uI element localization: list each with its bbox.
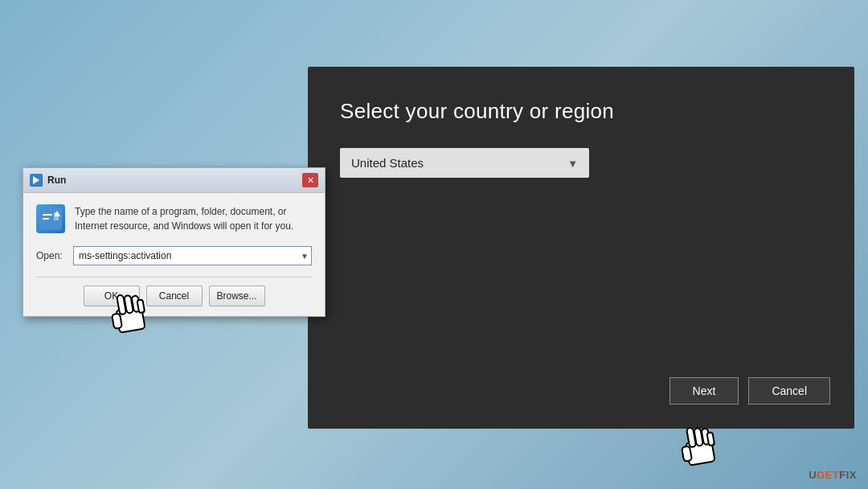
run-input-wrapper[interactable]: ▼ (73, 246, 312, 265)
run-titlebar: Run ✕ (23, 168, 325, 193)
setup-buttons: Next Cancel (669, 377, 830, 405)
svg-rect-15 (686, 427, 696, 447)
next-button[interactable]: Next (669, 377, 739, 405)
run-body: Type the name of a program, folder, docu… (23, 193, 325, 316)
svg-rect-18 (706, 432, 714, 446)
run-title-left: Run (30, 174, 66, 187)
watermark-fix: FIX (839, 469, 857, 481)
cancel-setup-button[interactable]: Cancel (748, 377, 830, 405)
country-select[interactable]: United States Afghanistan Albania Algeri… (340, 148, 589, 178)
svg-rect-4 (43, 218, 49, 220)
run-dialog-title: Run (47, 175, 66, 186)
run-browse-button[interactable]: Browse... (209, 286, 265, 306)
watermark-get: GET (817, 469, 839, 481)
run-close-button[interactable]: ✕ (302, 173, 318, 187)
run-logo-icon (36, 204, 65, 233)
run-dialog: Run ✕ Type the name of a program, folder… (23, 167, 326, 317)
svg-rect-17 (702, 428, 710, 445)
svg-rect-13 (686, 439, 714, 466)
run-description-row: Type the name of a program, folder, docu… (36, 204, 312, 233)
svg-rect-16 (694, 428, 703, 446)
run-divider (36, 277, 312, 277)
country-select-wrapper[interactable]: United States Afghanistan Albania Algeri… (340, 148, 589, 178)
run-cancel-button[interactable]: Cancel (146, 286, 203, 306)
run-open-label: Open: (36, 250, 67, 261)
watermark: UGETFIX (809, 469, 857, 481)
run-logo (36, 204, 65, 233)
setup-content: Select your country or region United Sta… (308, 67, 854, 202)
run-open-row: Open: ▼ (36, 246, 312, 265)
run-action-buttons: OK Cancel Browse... (36, 286, 312, 306)
svg-rect-3 (43, 214, 52, 216)
setup-panel: Select your country or region United Sta… (308, 67, 854, 429)
run-description-text: Type the name of a program, folder, docu… (75, 204, 312, 233)
setup-title: Select your country or region (340, 99, 822, 124)
run-ok-button[interactable]: OK (84, 286, 140, 306)
watermark-u: U (809, 469, 817, 481)
run-input[interactable] (73, 246, 312, 265)
svg-rect-14 (682, 446, 692, 461)
run-icon (30, 174, 43, 187)
